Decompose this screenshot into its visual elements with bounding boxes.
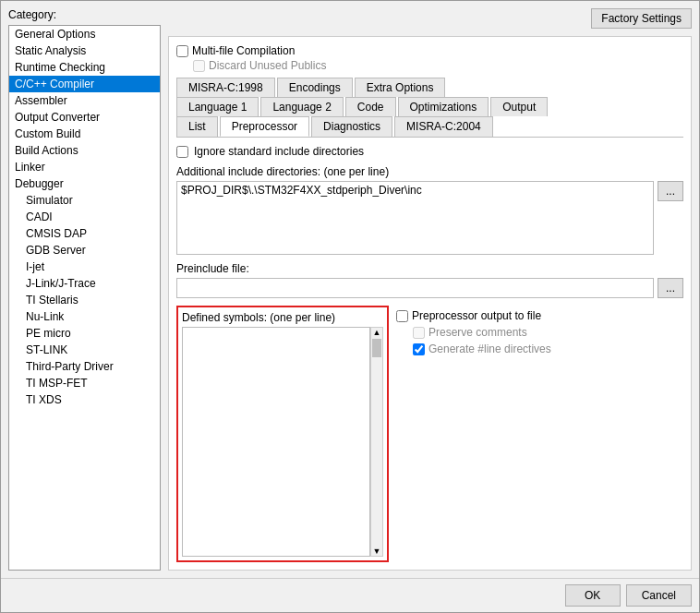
multifile-compilation-checkbox[interactable] [176,45,188,57]
multifile-row: Multi-file Compilation [176,44,683,57]
tab-code[interactable]: Code [345,97,396,116]
preinclude-input[interactable] [176,278,654,298]
tab-language-2[interactable]: Language 2 [260,97,343,116]
ignore-std-dirs-row: Ignore standard include directories [176,145,683,158]
preprocessor-output-section: Preprocessor output to file Preserve com… [396,306,551,562]
tab-encodings[interactable]: Encodings [277,78,353,97]
defined-symbols-box: Defined symbols: (one per line) ▲ ▼ [176,306,389,562]
category-item-custom-build[interactable]: Custom Build [9,126,160,142]
preserve-comments-row: Preserve comments [413,326,551,339]
tab-extra-options[interactable]: Extra Options [355,78,446,97]
category-item-build-actions[interactable]: Build Actions [9,142,160,159]
category-item-third-party-driver[interactable]: Third-Party Driver [9,358,160,375]
category-item-general-options[interactable]: General Options [9,26,160,42]
category-item-j-link-j-trace[interactable]: J-Link/J-Trace [9,275,160,292]
category-item-linker[interactable]: Linker [9,159,160,175]
defined-symbols-textarea[interactable] [182,327,370,557]
category-label: Category: [8,8,161,21]
discard-unused-publics-label[interactable]: Discard Unused Publics [193,59,326,72]
category-item-debugger[interactable]: Debugger [9,175,160,192]
category-item-ti-xds[interactable]: TI XDS [9,391,160,408]
additional-include-textarea[interactable]: $PROJ_DIR$\.\STM32F4XX_stdperiph_Diver\i… [176,181,654,255]
preprocessor-output-checkbox[interactable] [396,310,408,322]
dialog-footer: OK Cancel [1,578,699,612]
ok-button[interactable]: OK [565,584,621,607]
content-area: Multi-file Compilation Discard Unused Pu… [168,36,692,571]
additional-include-input-row: $PROJ_DIR$\.\STM32F4XX_stdperiph_Diver\i… [176,181,683,255]
dialog-body: Category: General OptionsStatic Analysis… [1,1,699,578]
main-dialog: Category: General OptionsStatic Analysis… [0,0,700,613]
ignore-std-dirs-checkbox[interactable] [176,146,188,158]
generate-line-directives-label[interactable]: Generate #line directives [413,343,551,355]
category-item-i-jet[interactable]: I-jet [9,258,160,275]
preinclude-row: ... [176,278,683,298]
preserve-comments-label[interactable]: Preserve comments [413,326,527,339]
preprocessor-output-label[interactable]: Preprocessor output to file [396,309,551,322]
tab-optimizations[interactable]: Optimizations [398,97,489,116]
category-item-gdb-server[interactable]: GDB Server [9,242,160,258]
category-item-ti-stellaris[interactable]: TI Stellaris [9,292,160,308]
preinclude-browse-btn[interactable]: ... [658,278,683,298]
category-panel: Category: General OptionsStatic Analysis… [8,8,161,571]
tabs-row1: MISRA-C:1998EncodingsExtra Options [176,78,683,97]
category-item-static-analysis[interactable]: Static Analysis [9,42,160,59]
category-item-ti-msp-fet[interactable]: TI MSP-FET [9,375,160,391]
discard-unused-publics-checkbox[interactable] [193,60,205,72]
defined-symbols-section: Defined symbols: (one per line) ▲ ▼ [176,306,683,562]
defined-symbols-scrollbar[interactable]: ▲ ▼ [370,327,383,557]
generate-line-directives-row: Generate #line directives [413,343,551,355]
category-item-simulator[interactable]: Simulator [9,192,160,209]
preserve-comments-checkbox[interactable] [413,327,425,339]
category-item-nu-link[interactable]: Nu-Link [9,308,160,325]
tab-preprocessor[interactable]: Preprocessor [220,116,309,137]
tab-language-1[interactable]: Language 1 [176,97,259,116]
category-item-st-link[interactable]: ST-LINK [9,342,160,358]
main-panel: Factory Settings Multi-file Compilation … [168,8,692,571]
tab-list[interactable]: List [176,116,218,137]
main-top-bar: Factory Settings [168,8,692,29]
generate-line-directives-checkbox[interactable] [413,343,425,355]
cancel-button[interactable]: Cancel [626,584,692,607]
multifile-compilation-label[interactable]: Multi-file Compilation [176,44,295,57]
form-section: Ignore standard include directories Addi… [176,145,683,562]
tab-misra-c-2004[interactable]: MISRA-C:2004 [394,116,493,137]
tabs-row3: ListPreprocessorDiagnosticsMISRA-C:2004 [176,116,683,137]
tab-misra-c-1998[interactable]: MISRA-C:1998 [176,78,275,97]
factory-settings-button[interactable]: Factory Settings [591,8,692,29]
discard-row: Discard Unused Publics [193,59,683,72]
additional-include-label: Additional include directories: (one per… [176,165,683,178]
tab-output[interactable]: Output [490,97,548,116]
category-item-output-converter[interactable]: Output Converter [9,109,160,126]
category-item-pe-micro[interactable]: PE micro [9,325,160,342]
category-item-c-c-compiler[interactable]: C/C++ Compiler [9,76,160,92]
defined-symbols-label: Defined symbols: (one per line) [182,311,383,324]
category-item-assembler[interactable]: Assembler [9,92,160,109]
tab-divider [176,137,683,138]
ignore-std-dirs-label: Ignore standard include directories [194,145,364,158]
category-list: General OptionsStatic AnalysisRuntime Ch… [8,25,161,571]
additional-include-browse-btn[interactable]: ... [658,181,683,201]
category-item-cadi[interactable]: CADI [9,209,160,225]
preinclude-label: Preinclude file: [176,262,683,275]
tab-diagnostics[interactable]: Diagnostics [311,116,392,137]
category-item-runtime-checking[interactable]: Runtime Checking [9,59,160,76]
tabs-row2: Language 1Language 2CodeOptimizationsOut… [176,97,683,116]
category-item-cmsis-dap[interactable]: CMSIS DAP [9,225,160,242]
